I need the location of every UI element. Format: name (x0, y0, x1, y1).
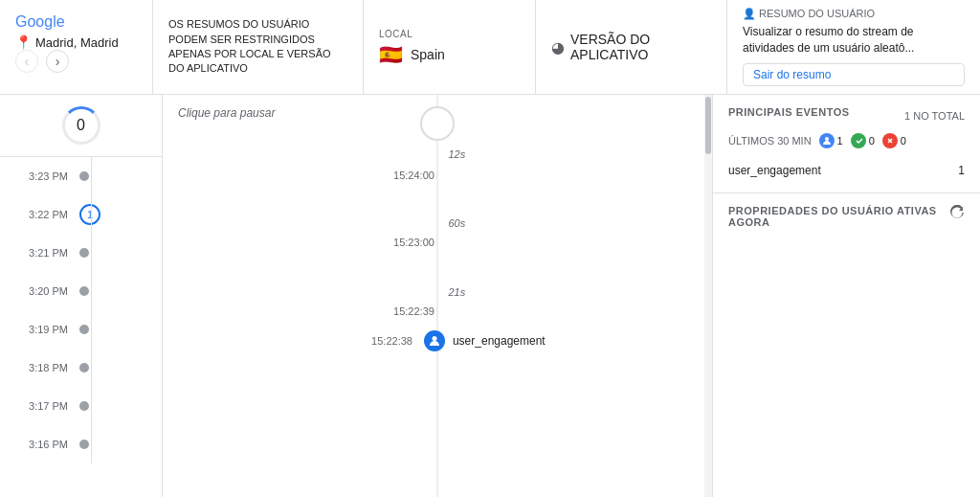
event-name-label: user_engagement (453, 334, 546, 348)
timeline-time: 3:21 PM (15, 247, 68, 259)
stream-time-152300: 15:23:00 (393, 237, 434, 248)
flag-icon: 🇪🇸 (379, 43, 403, 66)
badge-blue: 1 (819, 133, 843, 148)
stream-circle (420, 106, 455, 141)
resumo-text: Visualizar o resumo do stream de ativida… (743, 24, 965, 56)
event-row-count: 1 (958, 164, 965, 177)
timeline-row[interactable]: 3:20 PM (15, 272, 146, 310)
badge-green-icon (851, 133, 866, 148)
timeline-dot-active: 1 (79, 204, 100, 225)
counter-value: 0 (77, 117, 85, 134)
timeline-row[interactable]: 3:21 PM (15, 234, 146, 272)
main-content: 0 3:23 PM 3:22 PM 1 3:21 PM (0, 95, 980, 497)
timeline-dot (79, 286, 89, 296)
duration-label: 60s (448, 217, 465, 229)
svg-point-0 (432, 336, 436, 341)
timeline-time: 3:20 PM (15, 285, 68, 297)
time-label: 15:23:00 (393, 237, 434, 248)
badge-red-icon (882, 133, 898, 148)
propriedades-section: PROPRIEDADES DO USUÁRIO ATIVAS AGORA (713, 193, 980, 497)
time-label: 15:24:00 (393, 169, 434, 181)
header-nav: ‹ › (15, 50, 137, 80)
header-local: LOCAL 🇪🇸 Spain (364, 0, 536, 94)
timeline-time: 3:23 PM (15, 170, 68, 182)
message-text: OS RESUMOS DO USUÁRIO PODEM SER RESTRING… (168, 17, 347, 77)
header: Google 📍 Madrid, Madrid ‹ › OS RESUMOS D… (0, 0, 980, 95)
active-count: 1 (87, 209, 93, 220)
local-content: 🇪🇸 Spain (379, 43, 520, 66)
propriedades-label: PROPRIEDADES DO USUÁRIO ATIVAS AGORA (728, 205, 949, 228)
svg-point-1 (825, 137, 829, 141)
duration-label: 12s (448, 148, 465, 160)
timeline-time: 3:18 PM (15, 362, 68, 373)
timeline-time: 3:17 PM (15, 400, 68, 412)
right-panel: PRINCIPAIS EVENTOS 1 NO TOTAL ÚLTIMOS 30… (712, 95, 980, 497)
event-time: 15:22:38 (371, 335, 412, 347)
header-resumo: 👤 RESUMO DO USUÁRIO Visualizar o resumo … (727, 0, 980, 94)
nav-next-button[interactable]: › (46, 50, 69, 73)
local-label: LOCAL (379, 29, 520, 39)
event-row-name: user_engagement (728, 164, 821, 177)
version-label: VERSÃO DO APLICATIVO (570, 32, 711, 62)
timeline-panel: 0 3:23 PM 3:22 PM 1 3:21 PM (0, 95, 163, 497)
timeline-dot (79, 401, 89, 411)
badge-red: 0 (882, 133, 906, 148)
badge-blue-icon (819, 133, 835, 148)
stream-event-duration-21s: 21s (448, 286, 465, 298)
badge-green: 0 (851, 133, 875, 148)
total-label: 1 NO TOTAL (904, 110, 965, 122)
timeline-row[interactable]: 3:23 PM (15, 157, 146, 195)
user-icon: 👤 (743, 8, 756, 19)
header-google: Google 📍 Madrid, Madrid ‹ › (0, 0, 153, 94)
timeline-time: 3:19 PM (15, 324, 68, 335)
timeline-counter: 0 (0, 95, 162, 157)
event-type-icon (424, 330, 445, 351)
scrollbar-thumb[interactable] (705, 97, 711, 154)
badge-red-count: 0 (901, 135, 906, 147)
event-row: user_engagement 1 (728, 160, 965, 181)
timeline-row[interactable]: 3:17 PM (15, 387, 146, 425)
country-name: Spain (411, 47, 445, 62)
stream-event-duration-12s: 12s (448, 148, 465, 160)
version-content: ◕ VERSÃO DO APLICATIVO (551, 32, 711, 62)
stream-time-152400: 15:24:00 (393, 169, 434, 181)
timeline-dot (79, 171, 89, 181)
refresh-icon[interactable] (949, 205, 965, 224)
resumo-title: 👤 RESUMO DO USUÁRIO (743, 8, 965, 20)
stream-event-duration-60s: 60s (448, 217, 465, 229)
scrollbar-track[interactable] (704, 95, 712, 497)
badge-green-count: 0 (869, 135, 875, 147)
timeline-items: 3:23 PM 3:22 PM 1 3:21 PM 3:20 PM (0, 157, 162, 497)
timeline-dot (79, 325, 89, 334)
version-icon: ◕ (551, 38, 565, 56)
google-logo: Google (15, 13, 137, 31)
timeline-row[interactable]: 3:16 PM (15, 425, 146, 463)
timeline-time: 3:22 PM (15, 209, 68, 220)
timeline-dot (79, 248, 89, 258)
sair-button[interactable]: Sair do resumo (743, 63, 965, 86)
timeline-row[interactable]: 3:18 PM (15, 349, 146, 387)
ultimos-label: ÚLTIMOS 30 MIN (728, 135, 812, 147)
stream-event-user-engagement: 15:22:38 user_engagement (371, 330, 546, 351)
ultimos-row: ÚLTIMOS 30 MIN 1 (728, 133, 965, 148)
stream-time-152239: 15:22:39 (393, 305, 434, 317)
duration-label: 21s (448, 286, 465, 298)
location-text: Madrid, Madrid (35, 35, 119, 50)
event-stream[interactable]: Clique para pausar 12s 15:24:00 60s 15:2… (163, 95, 712, 497)
pin-icon: 📍 (15, 34, 32, 50)
eventos-header: PRINCIPAIS EVENTOS 1 NO TOTAL (728, 106, 965, 125)
stream-center-line (437, 95, 438, 497)
counter-circle: 0 (62, 106, 100, 145)
timeline-dot (79, 440, 89, 449)
principais-eventos-section: PRINCIPAIS EVENTOS 1 NO TOTAL ÚLTIMOS 30… (713, 95, 980, 193)
timeline-time: 3:16 PM (15, 439, 68, 450)
timeline-row[interactable]: 3:19 PM (15, 310, 146, 349)
nav-prev-button[interactable]: ‹ (15, 50, 38, 73)
timeline-dot (79, 363, 89, 373)
pause-label: Clique para pausar (178, 106, 275, 120)
header-version: ◕ VERSÃO DO APLICATIVO (536, 0, 727, 94)
header-location: 📍 Madrid, Madrid (15, 34, 137, 50)
timeline-row[interactable]: 3:22 PM 1 (15, 195, 146, 234)
principais-eventos-label: PRINCIPAIS EVENTOS (728, 106, 850, 118)
header-message: OS RESUMOS DO USUÁRIO PODEM SER RESTRING… (153, 0, 364, 94)
